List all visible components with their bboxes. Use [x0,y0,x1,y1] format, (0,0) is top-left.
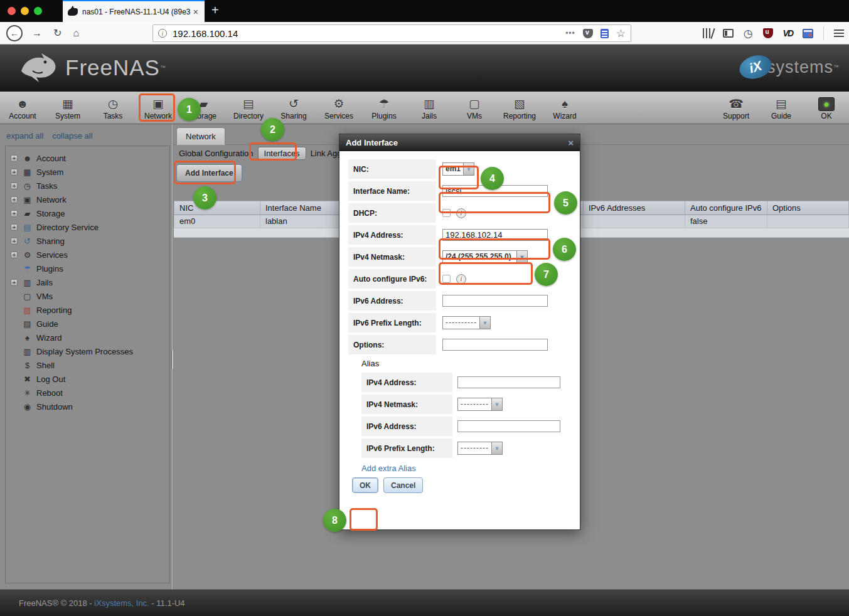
tree-item-reboot[interactable]: ✳Reboot [11,386,169,400]
toolbar-item-guide[interactable]: ▤Guide [759,92,804,124]
toolbar-item-system[interactable]: ▦System [45,92,90,124]
toolbar-item-sharing[interactable]: ↺Sharing [271,92,316,124]
cancel-button[interactable]: Cancel [383,477,423,493]
back-button[interactable]: ← [6,25,23,41]
close-window-button[interactable] [8,7,16,15]
col-auto-configure-ipv6[interactable]: Auto configure IPv6 [685,201,767,215]
nic-select[interactable]: em1▼ [442,162,474,176]
reader-mode-icon[interactable] [601,29,609,38]
tree-item-vms[interactable]: ▢VMs [11,289,169,303]
alias-ipv6-prefix-length-select[interactable]: ---------▼ [457,442,503,455]
toolbar-item-account[interactable]: ☻Account [0,92,45,124]
url-bar[interactable]: i 192.168.100.14 ••• ☆ [152,24,631,42]
col-options[interactable]: Options [767,201,849,215]
expander-icon[interactable]: + [11,169,18,176]
alias-ipv4-address-input[interactable] [457,376,560,388]
window-controls[interactable] [8,7,42,15]
toolbar-item-alert-status[interactable]: ●OK [804,92,849,124]
url-text[interactable]: 192.168.100.14 [173,28,565,39]
tree-item-system[interactable]: +▦System [11,165,169,179]
interface-name-input[interactable] [442,185,548,197]
minimize-window-button[interactable] [21,7,29,15]
bookmark-star-icon[interactable]: ☆ [616,27,626,40]
menu-hamburger-icon[interactable] [834,29,844,31]
dialog-close-icon[interactable]: × [568,137,574,148]
tree-item-storage[interactable]: +▰Storage [11,206,169,220]
tree-item-directory-service[interactable]: +▤Directory Service [11,220,169,234]
tree-item-wizard[interactable]: ♠Wizard [11,331,169,344]
toolbar-item-services[interactable]: ⚙Services [316,92,361,124]
maximize-window-button[interactable] [34,7,42,15]
tree-item-reporting[interactable]: ▧Reporting [11,303,169,317]
expander-icon[interactable]: + [11,155,18,162]
subtab-global-configuration[interactable]: Global Configuration [179,149,254,158]
toolbar-item-reporting[interactable]: ▧Reporting [497,92,542,124]
ipv4-address-input[interactable] [442,229,548,241]
info-icon[interactable]: i [456,208,466,218]
expander-icon[interactable]: + [11,196,18,203]
tree-item-shutdown[interactable]: ◉Shutdown [11,400,169,413]
toolbar-item-directory[interactable]: ▤Directory [226,92,271,124]
toolbar-item-plugins[interactable]: ☂Plugins [361,92,407,124]
ixsystems-link[interactable]: iXsystems, Inc. [94,598,149,608]
auto-configure-ipv6-checkbox[interactable] [442,275,451,283]
info-icon[interactable]: i [456,274,466,284]
toolbar-item-jails[interactable]: ▥Jails [407,92,452,124]
page-actions-icon[interactable]: ••• [565,29,575,38]
toolbar-item-network[interactable]: ▣Network [136,92,181,124]
tree-item-log-out[interactable]: ✖Log Out [11,372,169,386]
alias-ipv6-address-input[interactable] [457,420,560,432]
extension-vd-icon[interactable]: VD [783,28,793,38]
tab-close-icon[interactable]: × [192,7,200,17]
tree-item-account[interactable]: +☻Account [11,151,169,165]
expander-icon[interactable]: + [11,238,18,245]
col-ipv6-addresses[interactable]: IPv6 Addresses [584,201,685,215]
tree-item-plugins[interactable]: ☂Plugins [11,262,169,275]
library-icon[interactable] [703,28,713,38]
tree-item-tasks[interactable]: +◷Tasks [11,179,169,193]
pocket-icon[interactable] [583,29,593,38]
dhcp-checkbox[interactable] [442,209,451,217]
ipv6-prefix-length-select[interactable]: ----------▼ [442,316,491,329]
add-extra-alias-link[interactable]: Add extra Alias [361,464,571,473]
expander-icon[interactable]: + [11,210,18,217]
expander-icon[interactable]: + [11,183,18,189]
add-interface-button[interactable]: Add Interface [176,164,242,182]
chevron-down-icon[interactable]: ▼ [492,398,503,411]
ok-button[interactable]: OK [352,477,378,493]
expander-icon[interactable]: + [11,224,18,231]
toolbar-item-support[interactable]: ☎Support [713,92,759,124]
ipv6-address-input[interactable] [442,295,548,307]
toolbar-item-vms[interactable]: ▢VMs [452,92,497,124]
tree-item-jails[interactable]: +▥Jails [11,275,169,289]
options-input[interactable] [442,339,548,351]
expand-all-link[interactable]: expand all [6,131,43,141]
history-extension-icon[interactable]: ◷ [744,27,753,40]
site-info-icon[interactable]: i [158,29,167,38]
tree-item-shell[interactable]: $Shell [11,358,169,372]
home-button[interactable]: ⌂ [73,28,79,39]
chevron-down-icon[interactable]: ▼ [517,250,528,263]
sidebars-icon[interactable] [723,29,734,38]
forward-button[interactable]: → [32,28,42,39]
toolbar-item-wizard[interactable]: ♠Wizard [542,92,587,124]
chevron-down-icon[interactable]: ▼ [480,316,491,329]
tree-item-sharing[interactable]: +↺Sharing [11,234,169,248]
toolbar-item-storage[interactable]: ▰Storage [181,92,226,124]
reload-button[interactable]: ↻ [53,27,61,39]
tab-network[interactable]: Network [176,127,225,145]
tree-item-display-system-processes[interactable]: ▥Display System Processes [11,344,169,358]
subtab-interfaces[interactable]: Interfaces [258,147,306,160]
dialog-titlebar[interactable]: Add Interface × [339,134,580,151]
tree-item-services[interactable]: +⚙Services [11,248,169,262]
browser-tab[interactable]: nas01 - FreeNAS-11.1-U4 (89e3 × [63,0,205,22]
col-nic[interactable]: NIC [174,201,260,215]
collapse-all-link[interactable]: collapse all [52,131,92,141]
expander-icon[interactable]: + [11,252,18,258]
chevron-down-icon[interactable]: ▼ [464,162,474,176]
ublock-origin-icon[interactable] [763,28,773,38]
new-tab-button[interactable]: + [211,3,219,18]
expander-icon[interactable]: + [11,279,18,286]
ipv4-netmask-select[interactable]: /24 (255.255.255.0)▼ [442,250,528,263]
tree-item-guide[interactable]: ▤Guide [11,317,169,331]
